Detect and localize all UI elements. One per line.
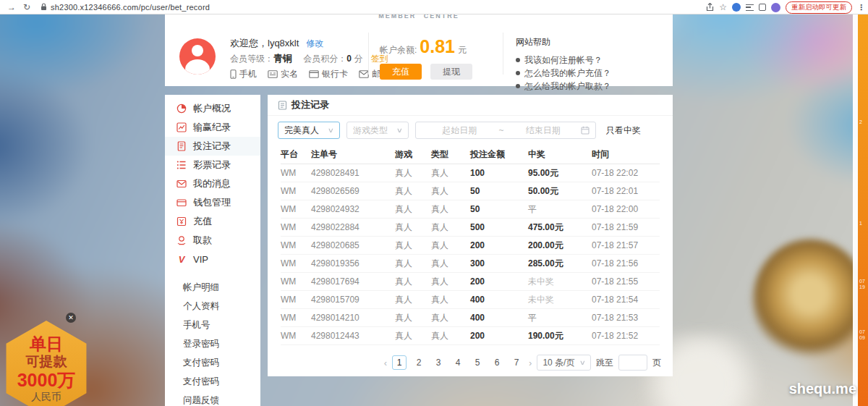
table-row: WM4298017694真人真人200未中奖07-18 21:55 bbox=[281, 273, 660, 291]
chevron-down-icon: ∨ bbox=[579, 359, 586, 366]
prev-page-icon[interactable]: ‹ bbox=[384, 358, 387, 368]
sidebar-item-取款[interactable]: 取款 bbox=[165, 231, 260, 250]
page-number-2[interactable]: 2 bbox=[412, 355, 426, 370]
help-item[interactable]: 我该如何注册帐号？ bbox=[516, 54, 611, 67]
page-number-4[interactable]: 4 bbox=[451, 355, 465, 370]
withdraw-button[interactable]: 提现 bbox=[430, 64, 472, 80]
sidebar-subitem-支付密码[interactable]: 支付密码 bbox=[165, 372, 260, 391]
cell-time: 07-18 21:56 bbox=[592, 258, 660, 268]
forward-icon[interactable]: → bbox=[7, 0, 16, 14]
panel-title-row: 投注记录 bbox=[268, 95, 673, 116]
date-range-picker[interactable]: 起始日期 ~ 结束日期 bbox=[415, 122, 596, 139]
sidebar-subitem-个人资料[interactable]: 个人资料 bbox=[165, 297, 260, 316]
table-header-row: 平台注单号游戏类型投注金额中奖时间 bbox=[281, 145, 660, 164]
page-number-5[interactable]: 5 bbox=[470, 355, 485, 370]
game-type-select[interactable]: 游戏类型∨ bbox=[346, 122, 409, 139]
column-header: 投注金额 bbox=[470, 148, 528, 161]
platform-select[interactable]: 完美真人∨ bbox=[278, 122, 340, 139]
reload-icon[interactable]: ↻ bbox=[23, 0, 30, 14]
sidebar-subitem-手机号[interactable]: 手机号 bbox=[165, 316, 260, 334]
sidebar-item-帐户概况[interactable]: 帐户概况 bbox=[165, 99, 260, 118]
user-avatar bbox=[179, 38, 216, 75]
sidebar-item-label: VIP bbox=[193, 254, 208, 265]
verify-items-row: 手机实名银行卡邮箱 bbox=[230, 68, 389, 80]
cell-game: 真人 bbox=[395, 240, 431, 252]
sidebar-item-投注记录[interactable]: 投注记录 bbox=[165, 137, 260, 156]
cell-type: 真人 bbox=[431, 258, 470, 270]
sidebar-subitem-帐户明细[interactable]: 帐户明细 bbox=[165, 278, 260, 297]
range-separator: ~ bbox=[498, 125, 506, 135]
reading-list-icon[interactable] bbox=[746, 4, 754, 11]
cell-platform: WM bbox=[281, 258, 311, 268]
browser-menu-icon[interactable]: ⋮ bbox=[857, 3, 865, 12]
update-button[interactable]: 重新启动即可更新 bbox=[786, 1, 852, 14]
page-number-3[interactable]: 3 bbox=[431, 355, 446, 370]
page-number-6[interactable]: 6 bbox=[490, 355, 504, 370]
balance-value: 0.81 bbox=[420, 36, 455, 56]
promo-close-icon[interactable]: ✕ bbox=[66, 313, 76, 323]
cell-order: 4298022884 bbox=[311, 222, 395, 232]
cell-time: 07-18 21:55 bbox=[592, 276, 660, 287]
jump-page-input[interactable] bbox=[618, 355, 647, 371]
only-win-filter[interactable]: 只看中奖 bbox=[606, 124, 641, 137]
sidebar-item-VIP[interactable]: VVIP bbox=[165, 250, 260, 268]
sidebar-item-输赢纪录[interactable]: 输赢纪录 bbox=[165, 118, 260, 137]
share-icon[interactable] bbox=[706, 3, 714, 12]
start-date-input[interactable]: 起始日期 bbox=[422, 124, 498, 137]
page-size-select[interactable]: 10 条/页∨ bbox=[537, 355, 591, 371]
header-divider bbox=[368, 33, 369, 75]
cell-win: 475.00元 bbox=[528, 221, 592, 234]
table-row: WM4298022884真人真人500475.00元07-18 21:59 bbox=[281, 219, 660, 237]
sidebar-subitem-支付密码[interactable]: 支付密码 bbox=[165, 353, 260, 372]
level-value: 青铜 bbox=[273, 53, 292, 64]
verify-item-手机[interactable]: 手机 bbox=[230, 68, 257, 80]
cell-amount: 500 bbox=[470, 222, 528, 232]
points-label: 会员积分： bbox=[303, 54, 346, 64]
next-page-icon[interactable]: › bbox=[529, 358, 532, 368]
page-number-7[interactable]: 7 bbox=[509, 355, 524, 370]
cell-order: 4298015709 bbox=[311, 295, 395, 305]
cell-game: 真人 bbox=[395, 258, 431, 270]
cell-amount: 200 bbox=[470, 240, 528, 250]
sidebar-item-彩票记录[interactable]: 彩票记录 bbox=[165, 156, 260, 174]
tab-group-icon[interactable] bbox=[759, 4, 766, 11]
table-row: WM4298012443真人真人200190.00元07-18 21:52 bbox=[281, 327, 660, 345]
sidebar-subitem-问题反馈[interactable]: 问题反馈 bbox=[165, 391, 260, 406]
edit-profile-link[interactable]: 修改 bbox=[306, 38, 323, 48]
lock-icon bbox=[41, 3, 47, 11]
sidebar-item-label: 彩票记录 bbox=[193, 158, 231, 172]
extension-icon[interactable] bbox=[732, 3, 741, 12]
sidebar-item-充值[interactable]: 充值 bbox=[165, 212, 260, 231]
sidebar-subitem-登录密码[interactable]: 登录密码 bbox=[165, 334, 260, 353]
watermark: shequ.me bbox=[789, 381, 856, 397]
end-date-input[interactable]: 结束日期 bbox=[506, 124, 582, 137]
cell-type: 真人 bbox=[431, 276, 470, 288]
sidebar-item-我的消息[interactable]: 我的消息 bbox=[165, 174, 260, 193]
document-icon bbox=[278, 101, 287, 110]
page-number-1[interactable]: 1 bbox=[392, 355, 407, 370]
sidebar-item-钱包管理[interactable]: 钱包管理 bbox=[165, 193, 260, 212]
cell-platform: WM bbox=[281, 276, 311, 287]
help-item[interactable]: 怎么给我的帐户充值？ bbox=[516, 67, 611, 80]
page-title: 投注记录 bbox=[292, 98, 329, 111]
lottery-record-icon bbox=[176, 160, 187, 170]
url-bar[interactable]: sh2300.x12346666.com/pc/user/bet_record bbox=[51, 3, 210, 12]
cell-game: 真人 bbox=[395, 167, 431, 179]
cell-order: 4298024932 bbox=[311, 204, 395, 214]
calendar-icon bbox=[581, 126, 590, 135]
promo-line2: 可提款 bbox=[26, 353, 67, 370]
sidebar-item-label: 取款 bbox=[193, 234, 212, 247]
cell-amount: 100 bbox=[470, 168, 528, 178]
recharge-button[interactable]: 充值 bbox=[380, 64, 422, 80]
cell-game: 真人 bbox=[395, 312, 431, 324]
browser-profile-avatar[interactable] bbox=[771, 3, 780, 12]
sidebar-item-label: 我的消息 bbox=[193, 177, 231, 190]
column-header: 类型 bbox=[431, 148, 470, 161]
verify-item-银行卡[interactable]: 银行卡 bbox=[309, 68, 348, 80]
help-item[interactable]: 怎么给我的帐户取款？ bbox=[516, 80, 611, 93]
cell-order: 4298017694 bbox=[311, 276, 395, 287]
cell-type: 真人 bbox=[431, 294, 470, 306]
verify-item-实名[interactable]: 实名 bbox=[268, 68, 298, 80]
bookmark-star-icon[interactable]: ☆ bbox=[719, 2, 727, 12]
cell-amount: 200 bbox=[470, 276, 528, 287]
